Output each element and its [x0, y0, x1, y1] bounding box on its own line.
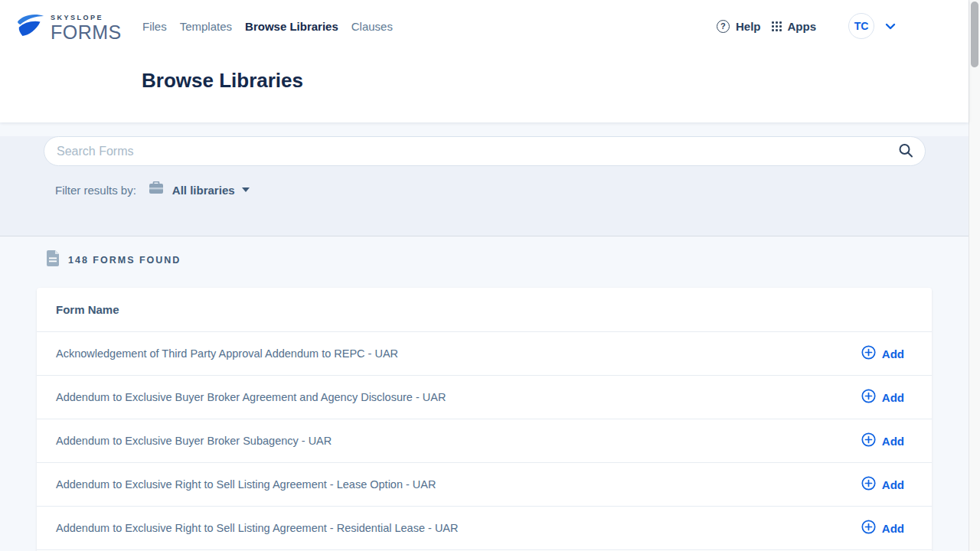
search-input[interactable]	[44, 136, 926, 166]
add-form-button[interactable]: Add	[861, 345, 904, 362]
help-icon: ?	[717, 20, 730, 33]
forms-table: Form Name Acknowledgement of Third Party…	[37, 288, 932, 551]
form-name: Addendum to Exclusive Buyer Broker Subag…	[56, 435, 332, 447]
circle-plus-icon	[861, 389, 876, 406]
filter-row: Filter results by: All libraries	[55, 181, 969, 198]
table-row[interactable]: Addendum to Exclusive Right to Sell List…	[37, 506, 932, 549]
main-nav: Files Templates Browse Libraries Clauses	[142, 0, 393, 52]
help-label: Help	[736, 20, 761, 33]
logo-skyslope-label: SKYSLOPE	[51, 15, 122, 21]
help-button[interactable]: ? Help	[717, 20, 761, 33]
nav-item-browse-libraries[interactable]: Browse Libraries	[245, 17, 338, 36]
column-header-form-name: Form Name	[56, 303, 119, 316]
skyslope-forms-app: SKYSLOPE FORMS Files Templates Browse Li…	[0, 0, 980, 551]
table-row[interactable]: Addendum to Exclusive Buyer Broker Subag…	[37, 419, 932, 462]
nav-item-files[interactable]: Files	[142, 17, 167, 36]
user-avatar[interactable]: TC	[848, 13, 874, 39]
forms-found-row: 148 FORMS FOUND	[46, 236, 969, 269]
page-content: SKYSLOPE FORMS Files Templates Browse Li…	[0, 0, 969, 551]
filter-label: Filter results by:	[55, 184, 136, 197]
library-filter-dropdown[interactable]: All libraries	[172, 184, 235, 197]
add-form-button[interactable]: Add	[861, 389, 904, 406]
header-actions: ? Help Apps TC	[717, 0, 896, 52]
page-title: Browse Libraries	[142, 69, 303, 93]
form-name: Acknowledgement of Third Party Approval …	[56, 347, 398, 360]
apps-grid-icon	[772, 21, 782, 31]
form-name: Addendum to Exclusive Right to Sell List…	[56, 522, 459, 534]
nav-item-templates[interactable]: Templates	[180, 17, 232, 36]
apps-label: Apps	[788, 20, 817, 33]
add-button-label: Add	[882, 435, 904, 448]
table-row[interactable]: Addendum to Exclusive Right to Sell List…	[37, 462, 932, 506]
vertical-scrollbar[interactable]	[969, 0, 980, 551]
skyslope-logo[interactable]: SKYSLOPE FORMS	[17, 13, 122, 42]
forms-found-count: 148 FORMS FOUND	[68, 255, 181, 266]
skyslope-swoosh-icon	[17, 13, 45, 41]
add-button-label: Add	[882, 522, 904, 535]
circle-plus-icon	[861, 432, 876, 449]
circle-plus-icon	[861, 520, 876, 536]
nav-item-clauses[interactable]: Clauses	[351, 17, 393, 36]
circle-plus-icon	[861, 476, 876, 493]
add-form-button[interactable]: Add	[861, 520, 904, 536]
search-button[interactable]	[897, 142, 915, 161]
form-name: Addendum to Exclusive Right to Sell List…	[56, 478, 436, 491]
add-button-label: Add	[882, 347, 904, 360]
table-header-row: Form Name	[37, 288, 932, 331]
briefcase-icon	[149, 181, 164, 198]
scrollbar-thumb[interactable]	[971, 2, 978, 67]
caret-down-icon[interactable]	[242, 187, 250, 192]
document-icon	[46, 250, 60, 269]
form-name: Addendum to Exclusive Buyer Broker Agree…	[56, 391, 446, 403]
chevron-down-icon[interactable]	[885, 23, 896, 30]
logo-forms-label: FORMS	[51, 23, 122, 42]
app-header: SKYSLOPE FORMS Files Templates Browse Li…	[0, 0, 969, 122]
search-filter-band: Filter results by: All libraries	[0, 136, 969, 236]
add-button-label: Add	[882, 478, 904, 491]
table-row[interactable]: Acknowledgement of Third Party Approval …	[37, 331, 932, 375]
add-form-button[interactable]: Add	[861, 476, 904, 493]
search-bar	[44, 136, 926, 166]
circle-plus-icon	[861, 345, 876, 362]
search-icon	[897, 150, 914, 161]
apps-button[interactable]: Apps	[761, 20, 817, 33]
table-row[interactable]: Addendum to Exclusive Buyer Broker Agree…	[37, 375, 932, 419]
results-section: 148 FORMS FOUND Form Name Acknowledgemen…	[0, 236, 969, 551]
add-button-label: Add	[882, 391, 904, 404]
logo-text: SKYSLOPE FORMS	[51, 15, 122, 42]
add-form-button[interactable]: Add	[861, 432, 904, 449]
